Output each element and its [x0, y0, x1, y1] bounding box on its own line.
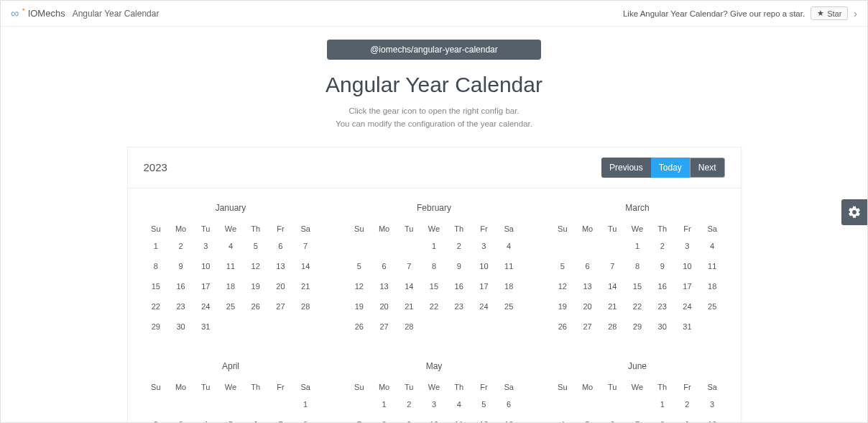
- date-cell[interactable]: 17: [193, 276, 218, 296]
- date-cell[interactable]: 17: [675, 276, 700, 296]
- date-cell[interactable]: 1: [293, 394, 318, 414]
- date-cell[interactable]: 7: [600, 256, 625, 276]
- date-cell[interactable]: 23: [446, 296, 471, 317]
- date-cell[interactable]: 3: [422, 394, 447, 414]
- date-cell[interactable]: 8: [293, 414, 318, 423]
- date-cell[interactable]: 13: [268, 256, 293, 276]
- date-cell[interactable]: 25: [497, 296, 522, 317]
- date-cell[interactable]: 25: [700, 296, 725, 317]
- date-cell[interactable]: 15: [625, 276, 650, 296]
- date-cell[interactable]: 26: [347, 317, 372, 337]
- date-cell[interactable]: 29: [144, 317, 169, 337]
- date-cell[interactable]: 16: [650, 276, 675, 296]
- date-cell[interactable]: 17: [471, 276, 497, 296]
- date-cell[interactable]: 1: [650, 394, 675, 414]
- date-cell[interactable]: 12: [243, 256, 268, 276]
- date-cell[interactable]: 13: [497, 414, 522, 423]
- date-cell[interactable]: 20: [371, 296, 397, 317]
- date-cell[interactable]: 27: [575, 317, 600, 337]
- date-cell[interactable]: 5: [347, 256, 372, 276]
- date-cell[interactable]: 10: [675, 256, 700, 276]
- date-cell[interactable]: 8: [144, 256, 169, 276]
- date-cell[interactable]: 18: [218, 276, 244, 296]
- package-chip[interactable]: @iomechs/angular-year-calendar: [327, 40, 541, 60]
- date-cell[interactable]: 6: [600, 414, 625, 423]
- date-cell[interactable]: 16: [168, 276, 193, 296]
- date-cell[interactable]: 11: [700, 256, 725, 276]
- date-cell[interactable]: 13: [371, 276, 397, 296]
- previous-button[interactable]: Previous: [601, 158, 651, 178]
- date-cell[interactable]: 7: [347, 414, 372, 423]
- date-cell[interactable]: 2: [144, 414, 169, 423]
- date-cell[interactable]: 22: [144, 296, 169, 317]
- date-cell[interactable]: 7: [397, 256, 422, 276]
- date-cell[interactable]: 4: [550, 414, 576, 423]
- date-cell[interactable]: 22: [625, 296, 650, 317]
- date-cell[interactable]: 4: [700, 236, 725, 256]
- date-cell[interactable]: 21: [600, 296, 625, 317]
- date-cell[interactable]: 31: [193, 317, 218, 337]
- date-cell[interactable]: 2: [650, 236, 675, 256]
- date-cell[interactable]: 2: [675, 394, 700, 414]
- date-cell[interactable]: 7: [293, 236, 318, 256]
- date-cell[interactable]: 22: [422, 296, 447, 317]
- date-cell[interactable]: 5: [218, 414, 244, 423]
- date-cell[interactable]: 18: [700, 276, 725, 296]
- date-cell[interactable]: 24: [193, 296, 218, 317]
- date-cell[interactable]: 28: [600, 317, 625, 337]
- date-cell[interactable]: 26: [550, 317, 576, 337]
- date-cell[interactable]: 27: [371, 317, 397, 337]
- date-cell[interactable]: 11: [446, 414, 471, 423]
- date-cell[interactable]: 23: [168, 296, 193, 317]
- star-button[interactable]: ★ Star: [811, 6, 848, 20]
- date-cell[interactable]: 6: [371, 256, 397, 276]
- next-button[interactable]: Next: [690, 158, 725, 178]
- date-cell[interactable]: 30: [168, 317, 193, 337]
- date-cell[interactable]: 19: [243, 276, 268, 296]
- date-cell[interactable]: 2: [168, 236, 193, 256]
- date-cell[interactable]: 31: [675, 317, 700, 337]
- date-cell[interactable]: 5: [243, 236, 268, 256]
- date-cell[interactable]: 1: [371, 394, 397, 414]
- date-cell[interactable]: 28: [293, 296, 318, 317]
- date-cell[interactable]: 12: [550, 276, 576, 296]
- date-cell[interactable]: 3: [700, 394, 725, 414]
- date-cell[interactable]: 20: [575, 296, 600, 317]
- date-cell[interactable]: 4: [497, 236, 522, 256]
- date-cell[interactable]: 6: [575, 256, 600, 276]
- date-cell[interactable]: 11: [218, 256, 244, 276]
- date-cell[interactable]: 8: [422, 256, 447, 276]
- date-cell[interactable]: 1: [625, 236, 650, 256]
- date-cell[interactable]: 3: [471, 236, 497, 256]
- date-cell[interactable]: 20: [268, 276, 293, 296]
- chevron-right-icon[interactable]: ›: [854, 8, 857, 19]
- date-cell[interactable]: 4: [446, 394, 471, 414]
- date-cell[interactable]: 9: [650, 256, 675, 276]
- date-cell[interactable]: 9: [168, 256, 193, 276]
- date-cell[interactable]: 4: [218, 236, 244, 256]
- date-cell[interactable]: 15: [422, 276, 447, 296]
- date-cell[interactable]: 8: [625, 256, 650, 276]
- date-cell[interactable]: 2: [397, 394, 422, 414]
- date-cell[interactable]: 9: [397, 414, 422, 423]
- date-cell[interactable]: 14: [600, 276, 625, 296]
- date-cell[interactable]: 12: [471, 414, 497, 423]
- date-cell[interactable]: 18: [497, 276, 522, 296]
- date-cell[interactable]: 24: [675, 296, 700, 317]
- date-cell[interactable]: 6: [268, 236, 293, 256]
- date-cell[interactable]: 27: [268, 296, 293, 317]
- date-cell[interactable]: 3: [168, 414, 193, 423]
- date-cell[interactable]: 9: [446, 256, 471, 276]
- date-cell[interactable]: 8: [650, 414, 675, 423]
- gear-fab[interactable]: [841, 199, 867, 225]
- date-cell[interactable]: 10: [422, 414, 447, 423]
- date-cell[interactable]: 10: [700, 414, 725, 423]
- date-cell[interactable]: 14: [293, 256, 318, 276]
- brand-logo[interactable]: ∞● IOMechs: [11, 7, 65, 20]
- date-cell[interactable]: 5: [550, 256, 576, 276]
- date-cell[interactable]: 14: [397, 276, 422, 296]
- date-cell[interactable]: 12: [347, 276, 372, 296]
- date-cell[interactable]: 7: [268, 414, 293, 423]
- date-cell[interactable]: 30: [650, 317, 675, 337]
- today-button[interactable]: Today: [651, 158, 690, 178]
